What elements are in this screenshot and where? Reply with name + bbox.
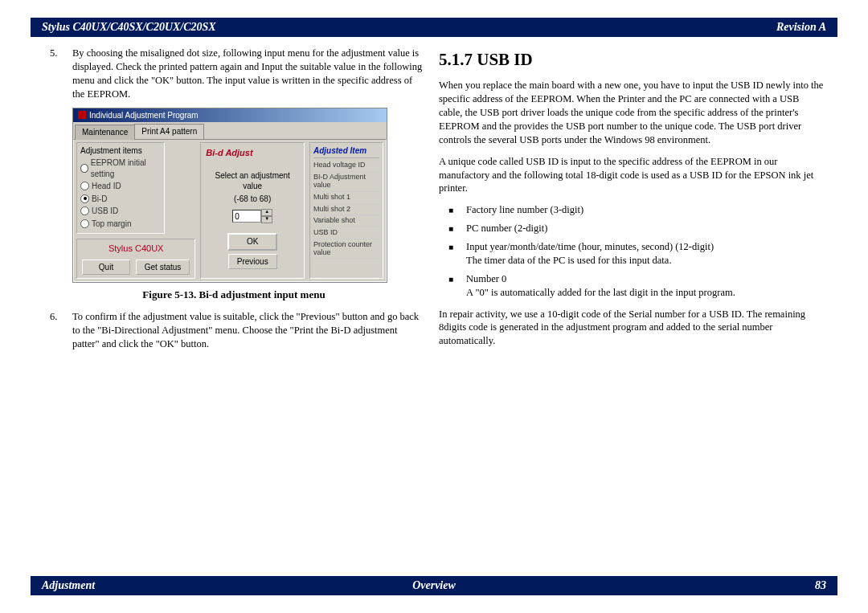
list-item: Multi shot 1 xyxy=(313,192,379,204)
footer-right: 83 xyxy=(815,579,826,592)
paragraph: A unique code called USB ID is input to … xyxy=(439,155,825,196)
radio-top-margin[interactable]: Top margin xyxy=(80,219,161,230)
list-item: Protection counter value xyxy=(313,239,379,260)
window-body: Adjustment items EEPROM initial setting … xyxy=(73,139,387,283)
figure-caption: Figure 5-13. Bi-d adjustment input menu xyxy=(45,288,423,302)
list-item: Variable shot xyxy=(313,215,379,227)
footer-left: Adjustment xyxy=(42,579,95,592)
value-input[interactable] xyxy=(232,210,261,223)
item-number: 5. xyxy=(50,47,57,60)
header-right: Revision A xyxy=(776,21,826,34)
right-panel-title: Adjusted Item xyxy=(313,145,379,159)
paragraph: When you replace the main board with a n… xyxy=(439,79,825,146)
ok-button[interactable]: OK xyxy=(227,233,277,251)
list-item: BI-D Adjustment value xyxy=(313,172,379,192)
window-title: Individual Adjustment Program xyxy=(89,110,199,121)
header-bar: Stylus C40UX/C40SX/C20UX/C20SX Revision … xyxy=(31,18,837,37)
page-content: 5. By choosing the misaligned dot size, … xyxy=(45,47,837,358)
list-item: Number 0 A "0" is automatically added fo… xyxy=(466,272,825,300)
right-column: 5.1.7 USB ID When you replace the main b… xyxy=(439,47,825,358)
spin-up-icon[interactable]: ▲ xyxy=(261,209,272,216)
app-window: Individual Adjustment Program Maintenanc… xyxy=(72,108,387,284)
window-titlebar: Individual Adjustment Program xyxy=(73,108,387,123)
bullet-list: Factory line number (3-digit) PC number … xyxy=(439,203,825,299)
get-status-button[interactable]: Get status xyxy=(136,260,190,276)
previous-button[interactable]: Previous xyxy=(228,254,277,270)
radio-head-id[interactable]: Head ID xyxy=(80,181,161,192)
bid-adjust-panel: Bi-d Adjust Select an adjustment value (… xyxy=(200,142,305,280)
figure-screenshot: Individual Adjustment Program Maintenanc… xyxy=(72,108,423,284)
model-panel: Stylus C40UX Quit Get status xyxy=(76,239,195,279)
spin-down-icon[interactable]: ▼ xyxy=(261,216,272,223)
model-label: Stylus C40UX xyxy=(80,241,191,258)
radio-usb-id[interactable]: USB ID xyxy=(80,206,161,217)
item-number: 6. xyxy=(50,310,57,324)
radio-bid[interactable]: Bi-D xyxy=(80,194,161,205)
section-heading: 5.1.7 USB ID xyxy=(439,48,825,71)
list-item-6: 6. To confirm if the adjustment value is… xyxy=(72,310,423,351)
adjustment-items-panel: Adjustment items EEPROM initial setting … xyxy=(76,142,165,235)
tab-print-a4[interactable]: Print A4 pattern xyxy=(134,124,204,139)
list-item: PC number (2-digit) xyxy=(466,222,825,235)
adjusted-item-panel: Adjusted Item Head voltage ID BI-D Adjus… xyxy=(309,142,383,280)
panel-title: Adjustment items xyxy=(80,145,161,157)
app-icon xyxy=(78,111,86,119)
value-spinner[interactable]: ▲ ▼ xyxy=(232,209,272,223)
list-item: Input year/month/date/time (hour, minute… xyxy=(466,240,825,268)
tab-strip: Maintenance Print A4 pattern xyxy=(73,122,387,139)
list-item: Multi shot 2 xyxy=(313,204,379,216)
instruction-line2: (-68 to 68) xyxy=(234,194,271,205)
quit-button[interactable]: Quit xyxy=(82,260,130,276)
item-text: By choosing the misaligned dot size, fol… xyxy=(72,47,422,100)
footer-center: Overview xyxy=(412,579,456,592)
radio-eeprom[interactable]: EEPROM initial setting xyxy=(80,157,161,179)
tab-maintenance[interactable]: Maintenance xyxy=(75,125,135,140)
list-item: Factory line number (3-digit) xyxy=(466,203,825,217)
list-item-5: 5. By choosing the misaligned dot size, … xyxy=(72,47,423,101)
list-item: Head voltage ID xyxy=(313,160,379,172)
footer-bar: Adjustment Overview 83 xyxy=(31,576,837,595)
left-column: 5. By choosing the misaligned dot size, … xyxy=(45,47,423,358)
paragraph: In repair activity, we use a 10-digit co… xyxy=(439,308,825,349)
item-text: To confirm if the adjustment value is su… xyxy=(72,311,419,349)
list-item: USB ID xyxy=(313,227,379,239)
panel-heading: Bi-d Adjust xyxy=(204,145,301,166)
instruction-line1: Select an adjustment value xyxy=(204,170,301,192)
header-left: Stylus C40UX/C40SX/C20UX/C20SX xyxy=(42,21,216,34)
